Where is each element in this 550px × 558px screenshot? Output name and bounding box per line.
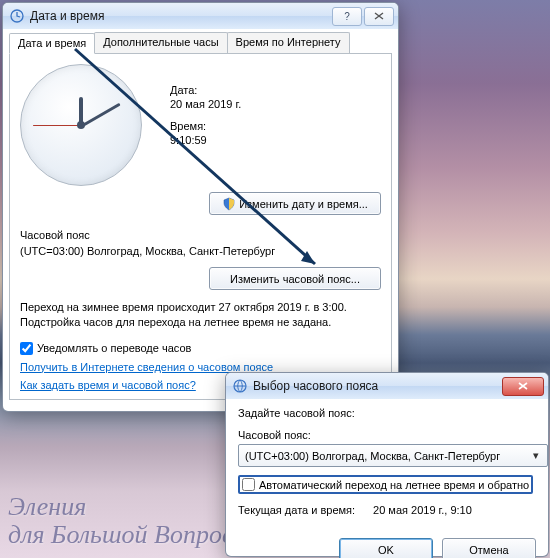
timezone-combo[interactable]: (UTC+03:00) Волгоград, Москва, Санкт-Пет… bbox=[238, 444, 548, 467]
titlebar[interactable]: Выбор часового пояса bbox=[226, 373, 548, 399]
clock-icon bbox=[9, 8, 25, 24]
dialog-buttons: OK Отмена bbox=[238, 530, 536, 558]
link-howto[interactable]: Как задать время и часовой пояс? bbox=[20, 379, 196, 391]
date-label: Дата: bbox=[170, 84, 241, 96]
current-dt-label: Текущая дата и время: bbox=[238, 504, 355, 516]
notify-checkbox[interactable] bbox=[20, 342, 33, 355]
titlebar[interactable]: Дата и время ? bbox=[3, 3, 398, 29]
change-timezone-button[interactable]: Изменить часовой пояс... bbox=[209, 267, 381, 290]
intro-text: Задайте часовой пояс: bbox=[238, 407, 536, 419]
ok-button[interactable]: OK bbox=[339, 538, 433, 558]
notify-label: Уведомлять о переводе часов bbox=[37, 342, 191, 354]
tab-page: Дата: 20 мая 2019 г. Время: 9:10:59 Изме… bbox=[9, 54, 392, 400]
notify-checkbox-row[interactable]: Уведомлять о переводе часов bbox=[20, 342, 381, 355]
window-title: Выбор часового пояса bbox=[253, 379, 500, 393]
close-button[interactable] bbox=[502, 377, 544, 396]
close-icon bbox=[518, 382, 528, 390]
timezone-section-label: Часовой пояс bbox=[20, 229, 381, 241]
timezone-label: Часовой пояс: bbox=[238, 429, 536, 441]
analog-clock bbox=[20, 64, 142, 186]
close-icon bbox=[374, 12, 384, 20]
timezone-window: Выбор часового пояса Задайте часовой поя… bbox=[225, 372, 549, 557]
cancel-button[interactable]: Отмена bbox=[442, 538, 536, 558]
timezone-combo-value: (UTC+03:00) Волгоград, Москва, Санкт-Пет… bbox=[245, 450, 528, 462]
date-value: 20 мая 2019 г. bbox=[170, 98, 241, 110]
globe-icon bbox=[232, 378, 248, 394]
tab-date-time[interactable]: Дата и время bbox=[9, 33, 95, 54]
watermark: Эления для Большой Вопрос bbox=[8, 493, 233, 548]
close-button[interactable] bbox=[364, 7, 394, 26]
help-button[interactable]: ? bbox=[332, 7, 362, 26]
change-date-time-button[interactable]: Изменить дату и время... bbox=[209, 192, 381, 215]
time-label: Время: bbox=[170, 120, 241, 132]
dst-label: Автоматический переход на летнее время и… bbox=[259, 479, 529, 491]
dst-checkbox-row[interactable]: Автоматический переход на летнее время и… bbox=[242, 478, 529, 491]
timezone-value: (UTC=03:00) Волгоград, Москва, Санкт-Пет… bbox=[20, 245, 381, 257]
tab-internet-time[interactable]: Время по Интернету bbox=[227, 32, 350, 53]
link-tz-info[interactable]: Получить в Интернете сведения о часовом … bbox=[20, 361, 273, 373]
current-dt-value: 20 мая 2019 г., 9:10 bbox=[373, 504, 472, 516]
annotation-highlight: Автоматический переход на летнее время и… bbox=[238, 475, 533, 494]
date-time-window: Дата и время ? Дата и время Дополнительн… bbox=[2, 2, 399, 412]
window-title: Дата и время bbox=[30, 9, 330, 23]
dst-checkbox[interactable] bbox=[242, 478, 255, 491]
chevron-down-icon: ▾ bbox=[528, 449, 543, 462]
tab-bar: Дата и время Дополнительные часы Время п… bbox=[9, 32, 392, 54]
shield-icon bbox=[222, 197, 236, 211]
tab-additional-clocks[interactable]: Дополнительные часы bbox=[94, 32, 227, 53]
time-value: 9:10:59 bbox=[170, 134, 241, 146]
dst-info: Переход на зимнее время происходит 27 ок… bbox=[20, 300, 381, 330]
